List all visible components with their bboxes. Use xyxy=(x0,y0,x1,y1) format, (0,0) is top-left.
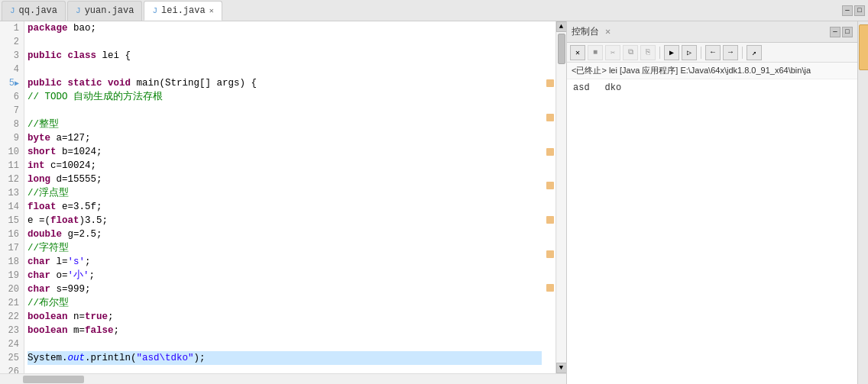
toolbar-btn-copy[interactable]: ⧉ xyxy=(623,45,638,60)
code-area[interactable]: package bao; public class lei { public s… xyxy=(24,21,545,373)
marker-22 xyxy=(545,260,555,271)
right-sidebar-btn[interactable] xyxy=(859,24,869,70)
editor-window-controls: — □ xyxy=(842,5,868,16)
marker-19 xyxy=(545,226,555,237)
code-line-7[interactable] xyxy=(28,104,542,118)
toolbar-btn-terminate[interactable]: ■ xyxy=(588,45,603,60)
line-number-6: 6 xyxy=(5,90,19,104)
code-line-24[interactable] xyxy=(28,337,542,351)
line-number-16: 16 xyxy=(5,227,19,241)
console-pane: 控制台 ✕ — □ ✕ ■ ✂ ⧉ ⎘ ▶ ▷ ← → ↗ <已终止> lei … xyxy=(567,21,857,384)
code-line-5[interactable]: public static void main(String[] args) { xyxy=(28,76,542,90)
line-number-5: 5▶ xyxy=(5,76,19,90)
toolbar-btn-nav-fwd[interactable]: → xyxy=(723,45,738,60)
right-sidebar xyxy=(857,21,868,384)
tab-label-yuan: yuan.java xyxy=(85,5,134,16)
toolbar-btn-clear[interactable]: ✕ xyxy=(570,45,585,60)
scroll-thumb[interactable] xyxy=(558,34,565,64)
scroll-up-arrow[interactable]: ▲ xyxy=(556,21,567,32)
toolbar-btn-nav-back[interactable]: ← xyxy=(705,45,721,60)
toolbar-sep-2 xyxy=(701,47,701,59)
right-markers xyxy=(545,21,555,373)
line-number-9: 9 xyxy=(5,131,19,145)
code-line-13[interactable]: //浮点型 xyxy=(28,186,542,200)
tab-lei[interactable]: J lei.java ✕ xyxy=(144,1,222,21)
code-line-16[interactable]: double g=2.5; xyxy=(28,227,542,241)
toolbar-sep-1 xyxy=(659,47,660,59)
code-line-25[interactable]: System.out.println("asd\tdko"); xyxy=(28,351,542,365)
code-line-19[interactable]: char o='小'; xyxy=(28,269,542,282)
line-number-8: 8 xyxy=(5,118,19,131)
console-maximize-btn[interactable]: □ xyxy=(842,27,853,37)
marker-2 xyxy=(545,33,555,44)
tab-yuan[interactable]: J yuan.java xyxy=(67,1,142,21)
code-line-3[interactable]: public class lei { xyxy=(28,49,542,63)
marker-9 xyxy=(545,112,555,124)
toolbar-btn-paste[interactable]: ⎘ xyxy=(640,45,656,60)
console-minimize-btn[interactable]: — xyxy=(830,27,840,37)
marker-dot-18 xyxy=(546,216,554,224)
line-number-20: 20 xyxy=(5,282,19,296)
line-number-23: 23 xyxy=(5,324,19,337)
marker-11 xyxy=(545,135,555,147)
code-line-22[interactable]: boolean n=true; xyxy=(28,310,542,324)
code-line-1[interactable]: package bao; xyxy=(28,21,542,35)
marker-8 xyxy=(545,101,555,112)
line-number-11: 11 xyxy=(5,159,19,173)
code-line-2[interactable] xyxy=(28,35,542,49)
console-title: 控制台 xyxy=(572,25,599,38)
line-number-22: 22 xyxy=(5,310,19,324)
code-line-12[interactable]: long d=15555; xyxy=(28,173,542,186)
code-line-15[interactable]: e =(float)3.5; xyxy=(28,214,542,227)
marker-12 xyxy=(545,147,555,158)
code-line-17[interactable]: //字符型 xyxy=(28,241,542,255)
scroll-down-arrow[interactable]: ▼ xyxy=(556,363,567,373)
console-output-col2: dko xyxy=(605,82,622,93)
tab-qq[interactable]: J qq.java xyxy=(2,1,66,21)
code-line-11[interactable]: int c=10024; xyxy=(28,159,542,173)
code-line-21[interactable]: //布尔型 xyxy=(28,296,542,310)
marker-27 xyxy=(545,317,555,328)
code-line-9[interactable]: byte a=127; xyxy=(28,131,542,145)
tab-bar: J qq.java J yuan.java J lei.java ✕ — □ xyxy=(0,0,868,21)
marker-17 xyxy=(545,203,555,215)
code-line-8[interactable]: //整型 xyxy=(28,118,542,131)
code-line-26[interactable] xyxy=(28,365,542,373)
marker-26 xyxy=(545,305,555,317)
toolbar-btn-run2[interactable]: ▷ xyxy=(682,45,697,60)
marker-30 xyxy=(545,350,555,362)
console-output-col1: asd xyxy=(573,82,590,93)
marker-24 xyxy=(545,282,555,294)
line-number-3: 3 xyxy=(5,49,19,63)
hscroll-thumb[interactable] xyxy=(23,376,84,383)
editor-horizontal-scrollbar[interactable] xyxy=(0,373,566,384)
toolbar-btn-export[interactable]: ↗ xyxy=(747,45,762,60)
marker-13 xyxy=(545,158,555,169)
toolbar-btn-run[interactable]: ▶ xyxy=(664,45,679,60)
marker-10 xyxy=(545,124,555,135)
marker-6 xyxy=(545,78,555,89)
code-line-6[interactable]: // TODO 自动生成的方法存根 xyxy=(28,90,542,104)
line-number-7: 7 xyxy=(5,104,19,118)
tab-label-qq: qq.java xyxy=(19,5,57,16)
code-line-23[interactable]: boolean m=false; xyxy=(28,324,542,337)
tab-icon-lei: J xyxy=(152,6,157,15)
line-number-15: 15 xyxy=(5,214,19,227)
code-line-4[interactable] xyxy=(28,63,542,76)
code-line-18[interactable]: char l='s'; xyxy=(28,255,542,269)
tab-icon-yuan: J xyxy=(76,6,81,15)
code-line-20[interactable]: char s=999; xyxy=(28,282,542,296)
code-line-14[interactable]: float e=3.5f; xyxy=(28,200,542,214)
marker-14 xyxy=(545,169,555,180)
marker-16 xyxy=(545,192,555,203)
code-line-10[interactable]: short b=1024; xyxy=(28,145,542,159)
scroll-track[interactable] xyxy=(557,32,566,363)
editor-minimize-btn[interactable]: — xyxy=(842,5,853,16)
console-win-btns: — □ xyxy=(830,27,853,37)
marker-23 xyxy=(545,271,555,282)
editor-vertical-scrollbar[interactable]: ▲ ▼ xyxy=(555,21,566,373)
editor-maximize-btn[interactable]: □ xyxy=(854,5,865,16)
line-number-12: 12 xyxy=(5,173,19,186)
tab-close-lei[interactable]: ✕ xyxy=(209,6,214,15)
toolbar-btn-scissors[interactable]: ✂ xyxy=(605,45,620,60)
